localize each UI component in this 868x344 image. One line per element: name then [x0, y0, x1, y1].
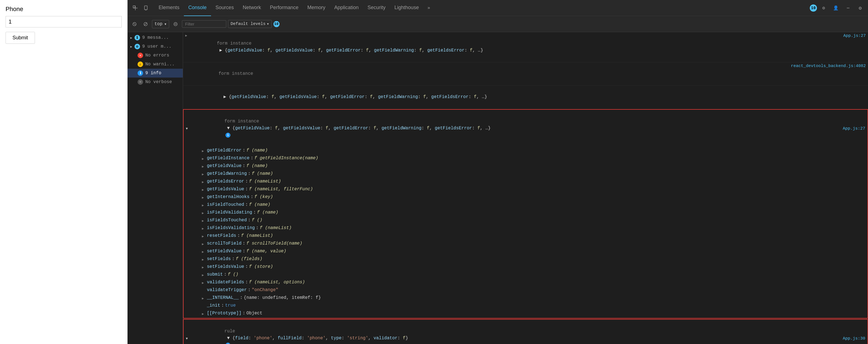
arrow-getFieldError[interactable]: ▶: [202, 148, 207, 153]
prop-prototype-form[interactable]: ▶ [[Prototype]] : Object: [193, 310, 867, 318]
arrow-validateFields[interactable]: ▶: [202, 280, 207, 285]
rule-header-content: rule ▼ {field: 'phone', fullField: 'phon…: [192, 321, 841, 344]
prop-isFieldsValidating[interactable]: ▶ isFieldsValidating : f (nameList): [193, 225, 867, 233]
more-options-icon[interactable]: ⋯: [842, 0, 854, 16]
arrow-getFieldInstance[interactable]: ▶: [202, 156, 207, 161]
arrow-isFieldValidating[interactable]: ▶: [202, 210, 207, 215]
arrow-submit[interactable]: ▶: [202, 272, 207, 277]
prop-getFieldInstance[interactable]: ▶ getFieldInstance : f getFieldInstance(…: [193, 155, 867, 163]
console-badge: 10: [273, 21, 280, 27]
tab-performance[interactable]: Performance: [266, 0, 303, 16]
chevron-down-icon: ▾: [164, 21, 167, 27]
info-badge-form: i: [225, 133, 230, 138]
arrow-prototype-form[interactable]: ▶: [202, 311, 207, 316]
log-entry-2[interactable]: form instance react_devtools_backend.js:…: [183, 62, 868, 85]
tab-memory[interactable]: Memory: [303, 0, 330, 16]
prop-isFieldValidating[interactable]: ▶ isFieldValidating : f (name): [193, 209, 867, 217]
prop-getFieldWarning[interactable]: ▶ getFieldWarning : f (name): [193, 171, 867, 178]
prop-resetFields[interactable]: ▶ resetFields : f (nameList): [193, 233, 867, 240]
prop-submit[interactable]: ▶ submit : f (): [193, 271, 867, 279]
log-content-1: form instance ▶ {getFieldValue: f, getFi…: [190, 33, 843, 61]
expanded-source-form[interactable]: App.js:27: [843, 126, 865, 131]
settings-icon[interactable]: ⚙: [818, 0, 829, 16]
arrow-getFieldsError[interactable]: ▶: [202, 179, 207, 184]
arrow-setFields[interactable]: ▶: [202, 256, 207, 262]
tab-console[interactable]: Console: [184, 0, 211, 16]
usermessages-icon: ⊙: [134, 44, 140, 49]
prop-isFieldsTouched[interactable]: ▶ isFieldsTouched : f (): [193, 217, 867, 225]
svg-line-6: [134, 23, 135, 25]
phone-input[interactable]: [5, 16, 122, 27]
rule-source[interactable]: App.js:30: [843, 336, 865, 341]
sidebar-item-messages[interactable]: ▶ ℹ 9 messa...: [128, 33, 183, 42]
arrow-setFieldValue[interactable]: ▶: [202, 249, 207, 254]
block-icon[interactable]: [141, 20, 150, 29]
log-entry-1[interactable]: ▶ form instance ▶ {getFieldValue: f, get…: [183, 32, 868, 62]
sidebar-item-errors[interactable]: ✕ No errors: [128, 51, 183, 60]
context-selector[interactable]: top ▾: [152, 20, 169, 28]
settings2-icon[interactable]: ⚙: [855, 0, 866, 16]
sidebar-item-usermessages[interactable]: ▶ ⊙ 9 user m...: [128, 42, 183, 51]
arrow-1[interactable]: ▶: [185, 33, 190, 38]
tab-application[interactable]: Application: [330, 0, 363, 16]
tab-elements[interactable]: Elements: [154, 0, 184, 16]
devtools-panel: Elements Console Sources Network Perform…: [128, 0, 868, 344]
collapse-arrow-form[interactable]: ▼: [186, 126, 191, 131]
log-source-2[interactable]: react_devtools_backend.js:4082: [791, 63, 866, 68]
prop-setFields[interactable]: ▶ setFields : f (fields): [193, 256, 867, 264]
expanded-form-instance-block: ▼ form instance ▼ {getFieldValue: f, get…: [183, 109, 868, 318]
submit-button[interactable]: Submit: [5, 32, 35, 44]
rule-header[interactable]: ▼ rule ▼ {field: 'phone', fullField: 'ph…: [184, 320, 867, 344]
prop-getFieldsValue[interactable]: ▶ getFieldsValue : f (nameList, filterFu…: [193, 186, 867, 194]
arrow-getInternalHooks[interactable]: ▶: [202, 195, 207, 200]
svg-rect-4: [145, 10, 147, 10]
prop-getFieldError[interactable]: ▶ getFieldError : f (name): [193, 147, 867, 155]
sidebar-item-info[interactable]: ℹ 9 info: [128, 69, 183, 77]
sidebar-item-warnings[interactable]: ⚠ No warni...: [128, 60, 183, 69]
arrow-isFieldTouched[interactable]: ▶: [202, 202, 207, 207]
tab-sources[interactable]: Sources: [211, 0, 238, 16]
default-levels-button[interactable]: Default levels ▾: [228, 20, 272, 28]
prop-scrollToField[interactable]: ▶ scrollToField : f scrollToField(name): [193, 240, 867, 248]
prop-getFieldsError[interactable]: ▶ getFieldsError : f (nameList): [193, 178, 867, 186]
svg-line-8: [144, 23, 147, 26]
console-sidebar: ▶ ℹ 9 messa... ▶ ⊙ 9 user m... ✕ No erro…: [128, 32, 183, 344]
filter-input[interactable]: [182, 20, 226, 28]
inspect-icon[interactable]: [130, 0, 141, 16]
user-icon[interactable]: 👤: [830, 0, 841, 16]
phone-label: Phone: [5, 5, 122, 13]
left-panel: Phone Submit: [0, 0, 128, 344]
tab-security[interactable]: Security: [363, 0, 390, 16]
log-entry-2b: ▶ {getFieldValue: f, getFieldsValue: f, …: [183, 85, 868, 109]
prop-setFieldValue[interactable]: ▶ setFieldValue : f (name, value): [193, 248, 867, 256]
arrow-setFieldsValue[interactable]: ▶: [202, 264, 207, 270]
arrow-getFieldValue[interactable]: ▶: [202, 163, 207, 169]
warnings-icon: ⚠: [137, 62, 143, 67]
prop-setFieldsValue[interactable]: ▶ setFieldsValue : f (store): [193, 264, 867, 271]
arrow-resetFields[interactable]: ▶: [202, 233, 207, 238]
tab-lighthouse[interactable]: Lighthouse: [390, 0, 423, 16]
prop-isFieldTouched[interactable]: ▶ isFieldTouched : f (name): [193, 202, 867, 209]
prop-validateFields[interactable]: ▶ validateFields : f (nameList, options): [193, 279, 867, 287]
arrow-isFieldsValidating[interactable]: ▶: [202, 226, 207, 231]
expanded-header-form[interactable]: ▼ form instance ▼ {getFieldValue: f, get…: [184, 110, 867, 147]
prop-getFieldValue[interactable]: ▶ getFieldValue : f (name): [193, 163, 867, 171]
sidebar-item-verbose[interactable]: ≡ No verbose: [128, 77, 183, 87]
arrow-isFieldsTouched[interactable]: ▶: [202, 218, 207, 223]
clear-console-icon[interactable]: [130, 20, 139, 29]
arrow-INTERNAL[interactable]: ▶: [202, 295, 207, 301]
verbose-icon: ≡: [137, 79, 143, 85]
console-output[interactable]: ▶ form instance ▶ {getFieldValue: f, get…: [183, 32, 868, 344]
prop-getInternalHooks[interactable]: ▶ getInternalHooks : f (key): [193, 194, 867, 202]
log-source-1[interactable]: App.js:27: [843, 33, 866, 38]
tab-network[interactable]: Network: [238, 0, 266, 16]
device-icon[interactable]: [141, 0, 152, 16]
svg-rect-0: [133, 6, 135, 8]
arrow-getFieldsValue[interactable]: ▶: [202, 187, 207, 192]
more-tabs-button[interactable]: »: [423, 0, 434, 16]
collapse-arrow-rule[interactable]: ▼: [186, 336, 191, 341]
prop-INTERNAL[interactable]: ▶ __INTERNAL__ : {name: undefined, itemR…: [193, 295, 867, 303]
arrow-scrollToField[interactable]: ▶: [202, 241, 207, 246]
arrow-getFieldWarning[interactable]: ▶: [202, 171, 207, 176]
create-live-expression-icon[interactable]: [171, 20, 180, 29]
